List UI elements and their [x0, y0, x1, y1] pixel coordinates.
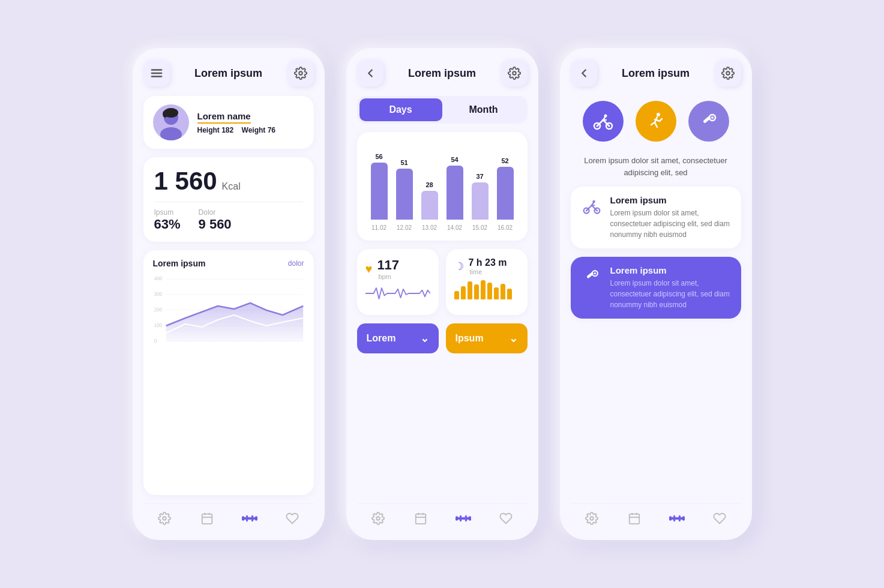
- bar-chart: 56 51 28 54 37: [367, 142, 518, 220]
- bar-2: 51: [396, 159, 413, 220]
- nav-dumbbell-icon-2[interactable]: [455, 510, 472, 527]
- nav-calendar-icon-3[interactable]: [626, 510, 643, 527]
- sleep-bars: [454, 278, 519, 299]
- height-val: 182: [221, 126, 233, 134]
- nav-calendar-icon-2[interactable]: [412, 510, 429, 527]
- svg-point-52: [604, 115, 607, 118]
- cycling-icon: [580, 195, 603, 218]
- phone3-header: Lorem ipsum: [571, 60, 741, 86]
- activity-description: Lorem ipsum dolor sit amet, consectetuer…: [571, 155, 741, 178]
- kcal-card: 1 560 Kcal Ipsum 63% Dolor 9 560: [143, 157, 314, 242]
- menu-button[interactable]: [143, 60, 170, 86]
- bar-6: 52: [497, 157, 514, 220]
- tab-days[interactable]: Days: [359, 98, 442, 121]
- svg-rect-33: [416, 514, 426, 524]
- bar-3: 28: [421, 181, 438, 220]
- svg-rect-75: [669, 517, 672, 521]
- svg-point-56: [711, 116, 714, 119]
- kcal-ipsum: Ipsum 63%: [154, 208, 181, 232]
- tabletennis-icon-circle[interactable]: [688, 101, 729, 142]
- activity-item-1[interactable]: Lorem ipsum Lorem ipsum dolor sit amet, …: [571, 187, 741, 248]
- phone2-title: Lorem ipsum: [408, 67, 476, 80]
- profile-name: Lorem name: [197, 111, 251, 124]
- line-chart: 400 300 200 100 0: [153, 273, 304, 345]
- ipsum-dropdown[interactable]: Ipsum ⌄: [446, 323, 528, 353]
- dropdowns-row: Lorem ⌄ Ipsum ⌄: [357, 323, 528, 353]
- bar-5: 37: [472, 173, 489, 220]
- moon-icon: ☽: [454, 260, 464, 273]
- nav-heart-icon[interactable]: [284, 510, 301, 527]
- svg-rect-30: [255, 517, 257, 521]
- nav-settings-icon-2[interactable]: [370, 510, 386, 527]
- svg-point-44: [726, 71, 730, 75]
- phone2-bottom-nav: [357, 503, 528, 529]
- svg-point-19: [163, 517, 166, 520]
- running-icon-circle[interactable]: [636, 101, 676, 142]
- bar-chart-card: 56 51 28 54 37: [357, 132, 528, 241]
- activity-item-1-title: Lorem ipsum: [610, 195, 732, 205]
- cycling-icon-circle[interactable]: [583, 101, 624, 142]
- kcal-sub: Ipsum 63% Dolor 9 560: [154, 208, 303, 232]
- chevron-down-icon-2: ⌄: [509, 332, 518, 345]
- activity-item-1-desc: Lorem ipsum dolor sit amet, consectetuer…: [610, 208, 732, 240]
- back-button-3[interactable]: [571, 60, 597, 86]
- chart-card: Lorem ipsum dolor 400 300 200 100 0: [143, 250, 314, 495]
- back-button-2[interactable]: [357, 60, 383, 86]
- sleep-card: ☽ 7 h 23 m time: [446, 249, 528, 315]
- settings-button-3[interactable]: [715, 60, 741, 86]
- svg-text:100: 100: [154, 322, 162, 329]
- nav-dumbbell-icon[interactable]: [241, 510, 258, 527]
- heart-rate-header: ♥ 117 bpm: [365, 257, 430, 280]
- phone3-bottom-nav: [571, 503, 741, 529]
- sleep-header: ☽ 7 h 23 m time: [454, 257, 519, 275]
- settings-button-2[interactable]: [501, 60, 528, 86]
- svg-point-68: [594, 272, 596, 275]
- avatar: [153, 104, 189, 140]
- phone1-header: Lorem ipsum: [143, 60, 314, 86]
- svg-rect-37: [456, 517, 458, 521]
- svg-point-70: [590, 517, 594, 520]
- phone-1: Lorem ipsum Lorem name: [133, 48, 325, 540]
- phone-2: Lorem ipsum Days Month 56 51: [346, 48, 538, 540]
- heartbeat-chart: [365, 283, 430, 304]
- nav-calendar-icon[interactable]: [199, 510, 215, 527]
- svg-text:300: 300: [154, 291, 162, 298]
- bar-4: 54: [447, 156, 463, 220]
- svg-rect-76: [672, 517, 673, 519]
- settings-button[interactable]: [287, 60, 314, 86]
- svg-point-65: [592, 200, 595, 203]
- heart-rate-card: ♥ 117 bpm: [357, 249, 439, 315]
- svg-rect-25: [244, 517, 246, 519]
- nav-heart-icon-2[interactable]: [498, 510, 514, 527]
- svg-point-3: [299, 71, 302, 75]
- phone1-bottom-nav: [143, 503, 314, 529]
- svg-rect-78: [675, 517, 679, 519]
- metrics-row: ♥ 117 bpm ☽ 7 h 23 m time: [357, 249, 528, 315]
- svg-rect-42: [467, 517, 469, 519]
- activity-item-2[interactable]: Lorem ipsum Lorem ipsum dolor sit amet, …: [571, 257, 741, 319]
- nav-heart-icon-3[interactable]: [711, 510, 728, 527]
- phone-3: Lorem ipsum: [560, 48, 752, 540]
- activity-item-2-desc: Lorem ipsum dolor sit amet, consectetuer…: [610, 278, 732, 310]
- profile-card: Lorem name Height 182 Weight 76: [143, 96, 314, 149]
- activity-item-2-title: Lorem ipsum: [610, 265, 732, 275]
- svg-text:0: 0: [154, 338, 157, 344]
- svg-rect-71: [630, 514, 640, 524]
- nav-settings-icon-3[interactable]: [583, 510, 600, 527]
- profile-stats: Height 182 Weight 76: [197, 126, 304, 134]
- bar-dates: 11.02 12.02 13.02 14.02 15.02 16.02: [367, 224, 518, 231]
- nav-settings-icon[interactable]: [156, 510, 173, 527]
- svg-text:200: 200: [154, 307, 162, 313]
- lorem-dropdown[interactable]: Lorem ⌄: [357, 323, 439, 353]
- svg-rect-24: [242, 517, 244, 521]
- svg-rect-29: [253, 517, 255, 519]
- tab-month[interactable]: Month: [442, 98, 525, 121]
- svg-rect-40: [462, 517, 466, 519]
- svg-text:400: 400: [154, 275, 162, 282]
- svg-point-5: [160, 127, 182, 140]
- nav-dumbbell-icon-3[interactable]: [669, 510, 685, 527]
- phone3-title: Lorem ipsum: [622, 67, 690, 80]
- phones-container: Lorem ipsum Lorem name: [133, 48, 752, 540]
- tabletennis-icon-2: [580, 265, 603, 288]
- svg-rect-80: [681, 517, 682, 519]
